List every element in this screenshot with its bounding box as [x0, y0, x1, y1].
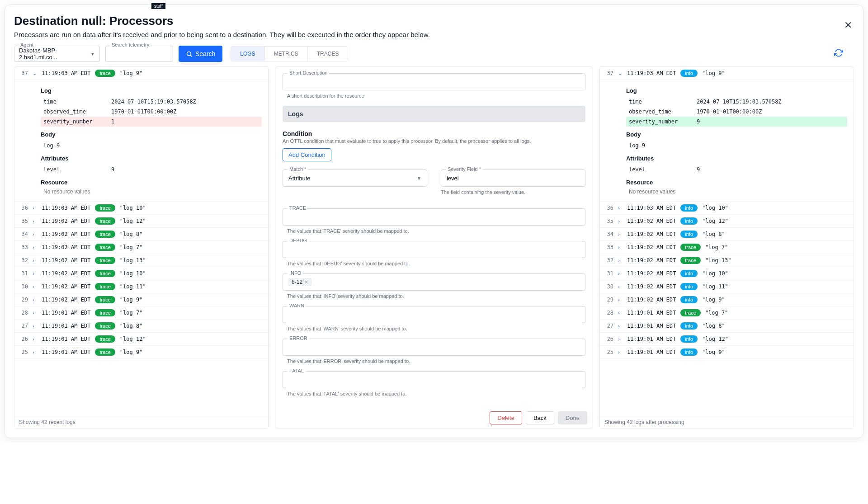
chevron-down-icon: ⌄	[33, 71, 37, 76]
severity-pill: trace	[95, 309, 115, 316]
severity-warn-input[interactable]	[283, 306, 585, 323]
chevron-right-icon: ›	[618, 310, 623, 316]
condition-desc: An OTTL condition that must evaluate to …	[283, 138, 585, 144]
agent-select[interactable]: Dakotas-MBP-2.hsd1.mi.co... ▼	[14, 46, 100, 62]
chevron-right-icon: ›	[618, 297, 623, 302]
log-message: "log 12"	[702, 218, 728, 224]
search-input[interactable]	[105, 46, 173, 62]
log-row[interactable]: 29 › 11:19:02 AM EDT info "log 9"	[600, 293, 854, 306]
match-select[interactable]: Attribute ▼	[283, 170, 427, 186]
page-subtitle: Processors are run on data after it's re…	[14, 31, 854, 38]
chevron-right-icon: ›	[33, 245, 37, 250]
log-timestamp: 11:19:02 AM EDT	[42, 283, 90, 290]
log-message: "log 11"	[120, 283, 146, 290]
chevron-right-icon: ›	[618, 245, 623, 250]
log-row[interactable]: 26 › 11:19:01 AM EDT info "log 12"	[600, 333, 854, 346]
log-row[interactable]: 27 › 11:19:01 AM EDT trace "log 8"	[14, 320, 268, 333]
attr-section-title: Attributes	[41, 155, 262, 162]
chevron-right-icon: ›	[618, 258, 623, 263]
chevron-right-icon: ›	[618, 231, 623, 237]
chevron-right-icon: ›	[618, 336, 623, 342]
log-row[interactable]: 34 › 11:19:02 AM EDT info "log 8"	[600, 228, 854, 241]
severity-error-input[interactable]	[283, 339, 585, 355]
log-message: "log 9"	[702, 70, 725, 76]
log-row[interactable]: 25 › 11:19:01 AM EDT trace "log 9"	[14, 346, 268, 359]
log-row[interactable]: 30 › 11:19:02 AM EDT info "log 11"	[600, 280, 854, 293]
severity-pill: info	[680, 217, 698, 225]
refresh-icon[interactable]	[834, 48, 843, 60]
log-row[interactable]: 28 › 11:19:01 AM EDT trace "log 7"	[600, 306, 854, 320]
right-footer: Showing 42 logs after processing	[600, 416, 854, 428]
log-row[interactable]: 29 › 11:19:02 AM EDT trace "log 9"	[14, 293, 268, 306]
log-index: 37	[604, 70, 613, 76]
chevron-right-icon: ›	[618, 218, 623, 224]
log-index: 26	[19, 336, 28, 342]
log-row[interactable]: 35 › 11:19:02 AM EDT info "log 12"	[600, 215, 854, 228]
log-row[interactable]: 33 › 11:19:02 AM EDT trace "log 7"	[600, 241, 854, 254]
severity-debug-input[interactable]	[283, 241, 585, 258]
severity-trace-input[interactable]	[283, 209, 585, 225]
severity-info-input[interactable]: 8-12 ✕	[283, 274, 585, 290]
log-message: "log 9"	[120, 70, 143, 76]
chip[interactable]: 8-12 ✕	[288, 278, 311, 286]
log-row[interactable]: 36 › 11:19:03 AM EDT info "log 10"	[600, 202, 854, 215]
log-index: 33	[604, 244, 613, 250]
page-title: Destination null: Processors	[14, 14, 854, 28]
log-row-expanded[interactable]: 37 ⌄ 11:19:03 AM EDT trace "log 9"	[14, 67, 268, 80]
close-icon[interactable]: ✕	[844, 20, 852, 30]
log-timestamp: 11:19:02 AM EDT	[42, 244, 90, 250]
add-condition-button[interactable]: Add Condition	[283, 148, 331, 161]
search-button[interactable]: Search	[179, 46, 222, 62]
tab-metrics[interactable]: METRICS	[264, 47, 307, 61]
severity-pill: info	[680, 204, 698, 212]
done-button[interactable]: Done	[558, 411, 587, 424]
tab-logs[interactable]: LOGS	[231, 47, 264, 61]
type-tabs: LOGS METRICS TRACES	[231, 46, 348, 61]
log-index: 35	[19, 218, 28, 224]
log-index: 35	[604, 218, 613, 224]
log-row[interactable]: 32 › 11:19:02 AM EDT trace "log 13"	[600, 254, 854, 267]
chip-remove-icon[interactable]: ✕	[304, 279, 308, 285]
resource-section-title: Resource	[41, 179, 262, 186]
log-row[interactable]: 33 › 11:19:02 AM EDT trace "log 7"	[14, 241, 268, 254]
log-row[interactable]: 28 › 11:19:01 AM EDT trace "log 7"	[14, 306, 268, 320]
short-desc-input[interactable]	[283, 74, 585, 90]
log-row[interactable]: 26 › 11:19:01 AM EDT trace "log 12"	[14, 333, 268, 346]
log-row[interactable]: 34 › 11:19:02 AM EDT trace "log 8"	[14, 228, 268, 241]
search-button-label: Search	[195, 50, 215, 57]
log-timestamp: 11:19:01 AM EDT	[42, 323, 90, 329]
severity-pill: info	[680, 231, 698, 238]
log-row[interactable]: 30 › 11:19:02 AM EDT trace "log 11"	[14, 280, 268, 293]
delete-button[interactable]: Delete	[490, 411, 522, 424]
log-row[interactable]: 32 › 11:19:02 AM EDT trace "log 13"	[14, 254, 268, 267]
severity-pill: trace	[95, 70, 115, 77]
severity-field-input[interactable]	[441, 170, 585, 186]
log-row[interactable]: 35 › 11:19:02 AM EDT trace "log 12"	[14, 215, 268, 228]
severity-pill: trace	[95, 270, 115, 277]
body-value: log 9	[41, 141, 262, 151]
log-row[interactable]: 31 › 11:19:02 AM EDT trace "log 10"	[14, 267, 268, 280]
kv-key: time	[43, 99, 111, 105]
log-timestamp: 11:19:01 AM EDT	[42, 349, 90, 355]
tab-traces[interactable]: TRACES	[307, 47, 348, 61]
back-button[interactable]: Back	[526, 411, 554, 424]
kv-row: severity_number 1	[41, 117, 262, 127]
log-row[interactable]: 25 › 11:19:01 AM EDT info "log 9"	[600, 346, 854, 359]
log-row[interactable]: 31 › 11:19:02 AM EDT info "log 10"	[600, 267, 854, 280]
log-index: 32	[604, 257, 613, 264]
output-logs-panel: 37 ⌄ 11:19:03 AM EDT info "log 9" Log ti…	[599, 66, 854, 429]
log-message: "log 13"	[705, 257, 731, 264]
log-message: "log 10"	[702, 205, 728, 211]
match-value: Attribute	[288, 175, 310, 182]
chevron-right-icon: ›	[33, 271, 37, 276]
severity-fatal-input[interactable]	[283, 372, 585, 388]
log-section-title: Log	[41, 87, 262, 94]
log-row[interactable]: 27 › 11:19:01 AM EDT info "log 8"	[600, 320, 854, 333]
log-index: 34	[604, 231, 613, 237]
log-message: "log 10"	[702, 270, 728, 277]
log-row-expanded[interactable]: 37 ⌄ 11:19:03 AM EDT info "log 9"	[600, 67, 854, 80]
search-label: Search telemetry	[110, 42, 151, 47]
log-row[interactable]: 36 › 11:19:03 AM EDT trace "log 10"	[14, 202, 268, 215]
log-message: "log 7"	[705, 310, 728, 316]
log-message: "log 10"	[120, 270, 146, 277]
